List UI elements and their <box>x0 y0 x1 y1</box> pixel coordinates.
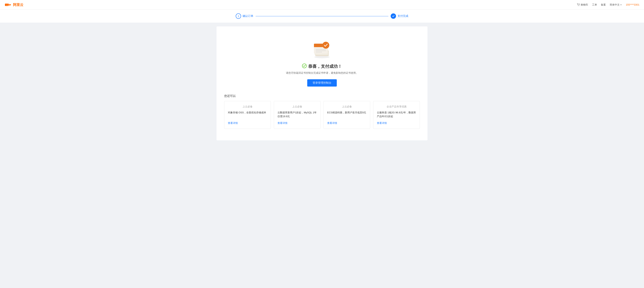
promo-card-desc: 云数据库新用户1折起，MySQL 1年仅需19.9元 <box>278 111 317 118</box>
promo-card-link[interactable]: 查看详情 <box>278 122 288 125</box>
progress-bar: 1 确认订单 支付完成 <box>0 9 644 23</box>
svg-point-15 <box>322 42 329 49</box>
step-1-label: 确认订单 <box>242 14 253 18</box>
check-icon <box>392 15 395 17</box>
promo-card-desc: 云服务器 1核2G 96.9元/年，数据库产品年付1折起 <box>377 111 416 118</box>
success-title-text: 恭喜，支付成功！ <box>308 64 342 69</box>
success-title: 恭喜，支付成功！ <box>302 64 342 69</box>
also-section: 您还可以 上云必备 对象存储 OSS，全面优化存储成本 查看详情 上云必备 云数… <box>224 94 420 133</box>
lang-label: 简体中文 <box>610 3 620 6</box>
step-line <box>256 16 388 16</box>
header: 阿里云 购物车 工单 备案 简体中文 155****3301 <box>0 0 644 9</box>
promo-card-category: 企业产品专享优惠 <box>377 105 416 108</box>
svg-point-6 <box>314 56 330 58</box>
cart-icon <box>577 3 580 6</box>
svg-point-4 <box>578 5 578 6</box>
promo-card: 上云必备 ECS精选特惠，新用户首月低至9元 查看详情 <box>324 101 370 129</box>
cart-link[interactable]: 购物车 <box>577 3 588 6</box>
promo-cards-row: 上云必备 对象存储 OSS，全面优化存储成本 查看详情 上云必备 云数据库新用户… <box>224 101 420 129</box>
user-phone[interactable]: 155****3301 <box>626 3 640 6</box>
logo-area: 阿里云 <box>4 2 24 7</box>
content-card: 恭喜，支付成功！ 请您尽快返回证书控制台完成证书申请，避免影响您的证书使用。 登… <box>216 26 428 140</box>
promo-card-category: 上云必备 <box>327 105 366 108</box>
main-content: 恭喜，支付成功！ 请您尽快返回证书控制台完成证书申请，避免影响您的证书使用。 登… <box>0 23 644 144</box>
record-link[interactable]: 备案 <box>601 3 606 6</box>
success-subtitle: 请您尽快返回证书控制台完成证书申请，避免影响您的证书使用。 <box>286 71 358 75</box>
step-container: 1 确认订单 支付完成 <box>236 13 408 19</box>
promo-card-category: 上云必备 <box>278 105 317 108</box>
success-check-icon <box>302 64 307 69</box>
promo-card-category: 上云必备 <box>228 105 267 108</box>
promo-card-desc: 对象存储 OSS，全面优化存储成本 <box>228 111 267 118</box>
svg-point-5 <box>579 5 579 6</box>
success-section: 恭喜，支付成功！ 请您尽快返回证书控制台完成证书申请，避免影响您的证书使用。 登… <box>224 34 420 94</box>
work-order-link[interactable]: 工单 <box>592 3 597 6</box>
header-right: 购物车 工单 备案 简体中文 155****3301 <box>577 3 640 6</box>
step-1: 1 确认订单 <box>236 13 253 19</box>
also-title: 您还可以 <box>224 94 420 98</box>
promo-card: 上云必备 云数据库新用户1折起，MySQL 1年仅需19.9元 查看详情 <box>274 101 320 129</box>
lang-selector[interactable]: 简体中文 <box>610 3 622 6</box>
success-illustration <box>310 40 334 59</box>
step-2: 支付完成 <box>391 13 408 19</box>
promo-card-link[interactable]: 查看详情 <box>327 122 337 125</box>
goto-console-button[interactable]: 登录管理控制台 <box>307 79 337 87</box>
chevron-down-icon <box>620 4 622 6</box>
promo-card-link[interactable]: 查看详情 <box>377 122 387 125</box>
promo-card-desc: ECS精选特惠，新用户首月低至9元 <box>327 111 366 118</box>
cart-label: 购物车 <box>581 3 588 6</box>
aliyun-logo-icon <box>4 2 12 7</box>
step-2-label: 支付完成 <box>398 14 408 18</box>
promo-card: 上云必备 对象存储 OSS，全面优化存储成本 查看详情 <box>224 101 271 129</box>
promo-card: 企业产品专享优惠 云服务器 1核2G 96.9元/年，数据库产品年付1折起 查看… <box>373 101 420 129</box>
promo-card-link[interactable]: 查看详情 <box>228 122 238 125</box>
step-1-circle: 1 <box>236 13 241 19</box>
step-2-circle <box>391 13 396 19</box>
logo-text: 阿里云 <box>13 2 24 7</box>
